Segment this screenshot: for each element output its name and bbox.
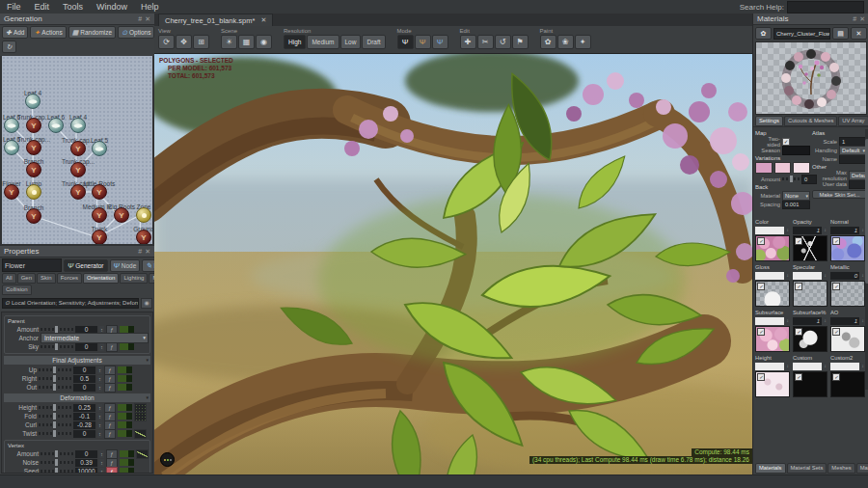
stepper[interactable]: ↕ xyxy=(97,366,102,374)
texture-enabled-checkbox[interactable]: ✓ xyxy=(832,237,840,245)
texture-value-field[interactable] xyxy=(793,363,822,370)
generator-node[interactable]: Ground xyxy=(136,230,151,245)
value-field[interactable]: -0.28 xyxy=(73,421,95,429)
section-header-final-adjustments[interactable]: Final Adjustments xyxy=(4,356,150,365)
value-field[interactable]: -0.1 xyxy=(73,413,95,420)
stepper[interactable]: ↕ xyxy=(823,227,827,234)
value-slider[interactable] xyxy=(41,452,73,455)
texture-thumbnail[interactable]: ✓ xyxy=(830,235,865,261)
texture-value-field[interactable] xyxy=(755,272,784,280)
close-icon[interactable]: ✕ xyxy=(145,14,150,24)
resolution-option[interactable]: High xyxy=(284,35,306,49)
texture-thumbnail[interactable]: ✓ xyxy=(755,235,790,261)
generator-node[interactable]: Big Roots xyxy=(114,207,129,223)
texture-enabled-checkbox[interactable]: ✓ xyxy=(757,373,765,381)
resolution-option[interactable]: Low xyxy=(340,35,362,49)
menu-item[interactable]: Tools xyxy=(56,0,90,14)
node-name-field[interactable] xyxy=(2,258,62,272)
stepper[interactable]: ↕ xyxy=(99,343,104,351)
paint-flowers-icon[interactable]: ✿ xyxy=(540,35,556,49)
value-slider[interactable] xyxy=(39,432,71,435)
material-tab[interactable]: UV Array xyxy=(838,116,868,126)
generator-node[interactable]: Lump xyxy=(26,184,41,200)
material-preview[interactable] xyxy=(755,41,867,115)
stepper[interactable]: ↕ xyxy=(97,421,102,429)
properties-search-input[interactable]: ⊙ Local Orientation; Sensitivity; Adjust… xyxy=(2,298,139,309)
value-field[interactable]: 0.5 xyxy=(73,375,95,383)
curve-button[interactable]: ƒ xyxy=(106,467,118,474)
variance-bar[interactable] xyxy=(120,450,134,457)
wind-mode-icon[interactable]: Ψ xyxy=(432,35,448,49)
menu-item[interactable]: Edit xyxy=(28,0,57,14)
undo-icon[interactable]: ↺ xyxy=(495,35,511,49)
texture-value-field[interactable] xyxy=(755,317,784,325)
texture-value-field[interactable]: 1 xyxy=(793,317,822,325)
generator-node[interactable]: Leaf 5 xyxy=(92,141,107,156)
stepper[interactable]: ↕ xyxy=(785,227,790,234)
back-material-dropdown[interactable]: None xyxy=(782,191,810,201)
texture-thumbnail[interactable]: ✓ xyxy=(755,371,790,397)
generator-node[interactable]: Trunk cap... xyxy=(70,141,86,156)
menu-item[interactable]: Window xyxy=(90,0,134,14)
variance-bar[interactable] xyxy=(118,413,132,420)
texture-thumbnail[interactable]: ✓ xyxy=(830,326,865,352)
generator-node[interactable]: Trunk cap... xyxy=(26,118,41,133)
dock-icon[interactable]: # xyxy=(138,246,142,257)
texture-thumbnail[interactable]: ✓ xyxy=(830,371,865,397)
add-node-icon[interactable]: ✚ xyxy=(460,35,476,49)
generator-node[interactable]: Leaf 6 xyxy=(48,118,64,133)
orbit-icon[interactable]: ⟳ xyxy=(158,35,175,49)
season-swatch[interactable] xyxy=(782,146,810,155)
generator-node[interactable]: Trunk cap... xyxy=(70,162,86,177)
add-button[interactable]: ✚ Add xyxy=(2,26,28,39)
curve-button[interactable]: ƒ xyxy=(104,383,116,393)
texture-thumbnail[interactable]: ✓ xyxy=(793,235,827,261)
stepper[interactable]: ↕ xyxy=(823,317,827,325)
frame-icon[interactable]: ⊞ xyxy=(193,35,209,49)
stepper[interactable]: ↕ xyxy=(99,450,104,458)
texture-value-field[interactable] xyxy=(793,272,822,280)
value-field[interactable]: 0 xyxy=(75,450,97,458)
texture-thumbnail[interactable]: ✓ xyxy=(793,281,827,307)
amount-slider[interactable] xyxy=(41,328,73,331)
randomize-button[interactable]: ▦ Randomize xyxy=(68,26,117,39)
value-slider[interactable] xyxy=(41,470,73,473)
stepper[interactable]: ↕ xyxy=(97,404,102,412)
spacing-field[interactable]: 0.001 xyxy=(782,200,810,209)
value-field[interactable]: 0 xyxy=(73,430,95,438)
resolution-option[interactable]: Medium xyxy=(307,35,339,49)
generator-node[interactable]: Leaf 4 xyxy=(25,94,41,109)
stepper[interactable]: ↕ xyxy=(785,272,790,280)
texture-value-field[interactable] xyxy=(755,227,784,234)
texture-thumbnail[interactable]: ✓ xyxy=(793,371,827,397)
value-slider[interactable] xyxy=(39,386,71,389)
new-material-button[interactable]: ▤ xyxy=(832,27,849,40)
camera-icon[interactable]: ◉ xyxy=(256,35,272,49)
properties-tab[interactable]: Lighting xyxy=(120,273,148,284)
value-slider[interactable] xyxy=(39,423,71,426)
materials-bottom-tab[interactable]: Masks xyxy=(856,463,868,474)
texture-thumbnail[interactable]: ✓ xyxy=(830,281,865,307)
cut-icon[interactable]: ✂ xyxy=(477,35,494,49)
resolution-option[interactable]: Draft xyxy=(362,35,385,49)
menu-item[interactable]: Help xyxy=(134,0,166,14)
texture-enabled-checkbox[interactable]: ✓ xyxy=(795,283,802,290)
close-icon[interactable]: ✕ xyxy=(859,14,865,24)
generation-node-graph[interactable]: Leaf 4 Leaf 6 Trunk cap... Leaf 6 xyxy=(0,56,154,246)
variance-bar[interactable] xyxy=(118,430,132,437)
snapshot-icon[interactable]: ◉ xyxy=(141,298,152,309)
generator-node[interactable]: Flower xyxy=(4,184,19,200)
stepper[interactable]: ↕ xyxy=(785,363,790,370)
texture-enabled-checkbox[interactable]: ✓ xyxy=(795,328,802,336)
texture-thumbnail[interactable]: ✓ xyxy=(755,281,790,307)
texture-value-field[interactable]: 1 xyxy=(830,317,859,325)
material-dropdown[interactable]: Cherry_Cluster_Flowers xyxy=(773,28,830,40)
two-sided-checkbox[interactable]: ✓ xyxy=(782,138,790,146)
help-search-input[interactable] xyxy=(787,1,864,14)
variation-swatch[interactable] xyxy=(755,162,773,174)
texture-value-field[interactable] xyxy=(830,363,859,370)
grid-icon[interactable]: ▦ xyxy=(238,35,255,49)
texture-value-field[interactable] xyxy=(755,363,784,370)
variation-swatch[interactable] xyxy=(793,162,810,174)
tree-mode-icon[interactable]: Ψ xyxy=(397,35,414,49)
